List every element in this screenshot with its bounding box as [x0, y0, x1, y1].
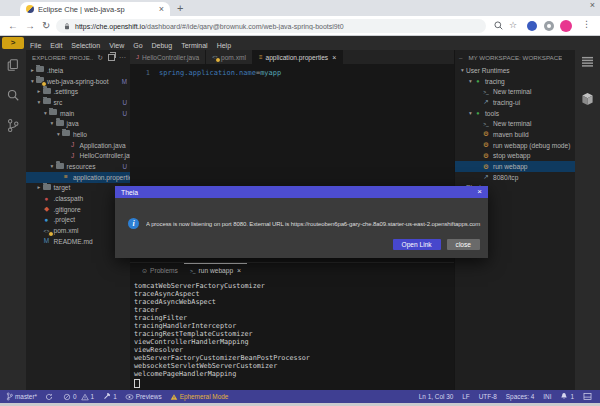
chevron-down-icon[interactable]: ▾: [467, 110, 474, 117]
menu-go[interactable]: Go: [133, 42, 142, 49]
collapse-all-icon[interactable]: [108, 54, 115, 61]
extension-gear-icon[interactable]: [544, 21, 554, 31]
extension-icon[interactable]: [527, 21, 537, 31]
explorer-files-icon[interactable]: [6, 58, 20, 72]
previews-button[interactable]: Previews: [125, 393, 162, 401]
outline-list-icon[interactable]: [581, 56, 594, 67]
explorer-item-web-java-spring-boot[interactable]: ▾web-java-spring-bootM: [26, 76, 130, 87]
chevron-down-icon[interactable]: ▾: [36, 99, 43, 106]
language-mode[interactable]: INI: [543, 393, 551, 400]
chevron-down-icon[interactable]: ▾: [49, 163, 56, 170]
explorer-item-hello[interactable]: ▾hello: [26, 129, 130, 140]
menu-edit[interactable]: Edit: [50, 42, 62, 49]
code-line[interactable]: 1 spring.application.name=myapp: [130, 69, 454, 77]
panel-tab-problems[interactable]: ⊙Problems: [136, 263, 184, 277]
refresh-icon[interactable]: ↻: [97, 54, 103, 62]
plugins-box-icon[interactable]: [581, 92, 594, 106]
chevron-right-icon[interactable]: ▸: [36, 88, 43, 95]
forward-icon[interactable]: →: [25, 20, 35, 32]
eol-indicator[interactable]: LF: [462, 393, 469, 400]
close-button[interactable]: close: [447, 239, 480, 250]
explorer-item-main[interactable]: ▾mainU: [26, 108, 130, 119]
workspace-item-8080-tcp[interactable]: ↗8080/tcp: [455, 172, 575, 183]
workspace-item-run-webapp[interactable]: ⚙run webapp: [455, 161, 575, 172]
workspace-item-tracing-ui[interactable]: ↗tracing-ui: [455, 97, 575, 108]
problems-indicator[interactable]: 0 1: [63, 393, 94, 401]
back-icon[interactable]: ←: [8, 20, 18, 32]
dialog-title-bar[interactable]: Theia ×: [115, 186, 488, 198]
window-close-button[interactable]: ×: [590, 0, 595, 10]
ephemeral-mode-indicator[interactable]: Ephemeral Mode: [170, 393, 229, 401]
indentation-indicator[interactable]: Spaces: 4: [506, 393, 534, 400]
terminal-icon: >_: [482, 120, 490, 128]
dialog-close-icon[interactable]: ×: [477, 188, 482, 196]
bookmark-star-icon[interactable]: ☆: [509, 20, 517, 30]
workspace-item-stop-webapp[interactable]: ⚙stop webapp: [455, 151, 575, 162]
workspace-item-user-runtimes[interactable]: ▾User Runtimes: [455, 65, 575, 76]
panel-tab-run-webapp[interactable]: >_run webapp×: [184, 263, 247, 277]
explorer-item-resources[interactable]: ▾resourcesU: [26, 161, 130, 172]
cursor-position[interactable]: Ln 1, Col 30: [419, 393, 453, 400]
profile-avatar[interactable]: [560, 20, 572, 32]
menu-file[interactable]: File: [30, 42, 41, 49]
zoom-page-icon[interactable]: [493, 20, 504, 31]
editor-tab-pom-xml[interactable]: <>pom.xml: [206, 50, 253, 64]
search-icon[interactable]: [6, 88, 20, 102]
workspace-item-tools[interactable]: ▾●tools: [455, 108, 575, 119]
menu-debug[interactable]: Debug: [152, 42, 173, 49]
menu-terminal[interactable]: Terminal: [181, 42, 207, 49]
property-value: myapp: [260, 69, 281, 77]
workspace-item-new-terminal[interactable]: >_New terminal: [455, 118, 575, 129]
tab-close-icon[interactable]: ×: [237, 267, 241, 274]
menu-view[interactable]: View: [109, 42, 124, 49]
editor-tab-application-properties[interactable]: ≡application.properties×: [253, 50, 343, 64]
chevron-down-icon[interactable]: ▾: [459, 67, 466, 74]
explorer-item-src[interactable]: ▾srcU: [26, 97, 130, 108]
encoding-indicator[interactable]: UTF-8: [479, 393, 497, 400]
chevron-down-icon[interactable]: ▾: [467, 78, 474, 85]
tab-close-icon[interactable]: ×: [332, 54, 336, 61]
folder-icon: [62, 130, 70, 138]
workspace-item-run-webapp-debug-mode[interactable]: ⚙run webapp (debug mode): [455, 140, 575, 151]
workspace-item-new-terminal[interactable]: >_New terminal: [455, 86, 575, 97]
explorer-item-theia[interactable]: ▸.theia: [26, 65, 130, 76]
browser-tab[interactable]: Eclipse Che | web-java-sp ×: [20, 2, 170, 16]
che-logo[interactable]: >: [2, 37, 24, 49]
terminal-line: tracingHandlerInterceptor: [134, 322, 454, 330]
chevron-right-icon[interactable]: ▸: [29, 67, 36, 74]
reload-icon[interactable]: ↻: [42, 20, 50, 32]
xml-icon: <>: [43, 227, 51, 235]
browser-menu-icon[interactable]: ⋮: [582, 19, 591, 29]
folder-icon: [56, 163, 64, 171]
folder-icon: [43, 184, 51, 192]
explorer-item-java[interactable]: ▾java: [26, 118, 130, 129]
editor-tab-hellocontroller-java[interactable]: JHelloController.java: [130, 50, 206, 64]
chevron-down-icon[interactable]: ▾: [49, 120, 56, 127]
source-control-icon[interactable]: [6, 118, 20, 133]
new-tab-button[interactable]: +: [177, 2, 183, 14]
toggle-panel-button[interactable]: [583, 392, 594, 401]
menu-selection[interactable]: Selection: [71, 42, 100, 49]
more-actions-icon[interactable]: ···: [119, 54, 126, 62]
chevron-down-icon[interactable]: ▾: [55, 131, 62, 138]
workspace-item-maven-build[interactable]: ⚙maven build: [455, 129, 575, 140]
workspace-item-tracing[interactable]: ▾●tracing: [455, 76, 575, 87]
warning-dot: [48, 231, 54, 236]
chevron-right-icon[interactable]: ▸: [36, 184, 43, 191]
terminal-output[interactable]: tomcatWebServerFactoryCustomizertraceAsy…: [130, 277, 454, 388]
tasks-indicator[interactable]: 1: [102, 392, 117, 401]
chevron-down-icon[interactable]: ▾: [29, 78, 36, 85]
open-link-button[interactable]: Open Link: [393, 239, 441, 250]
explorer-item-settings[interactable]: ▸.settings: [26, 86, 130, 97]
tab-close-icon[interactable]: ×: [159, 5, 164, 14]
explorer-item-application-properties[interactable]: ≡application.propertiesU: [26, 172, 130, 183]
panel-minimize-icon[interactable]: –: [459, 54, 462, 61]
menu-help[interactable]: Help: [217, 42, 231, 49]
notifications-indicator[interactable]: 1: [560, 392, 574, 401]
explorer-item-application-java[interactable]: JApplication.java: [26, 140, 130, 151]
address-bar[interactable]: https://che.openshift.io/dashboard/#/ide…: [56, 19, 486, 33]
sync-indicator[interactable]: [45, 393, 55, 401]
git-branch-indicator[interactable]: master*: [6, 392, 37, 401]
explorer-item-hellocontroller-java[interactable]: JHelloController.java: [26, 151, 130, 162]
chevron-down-icon[interactable]: ▾: [42, 110, 49, 117]
